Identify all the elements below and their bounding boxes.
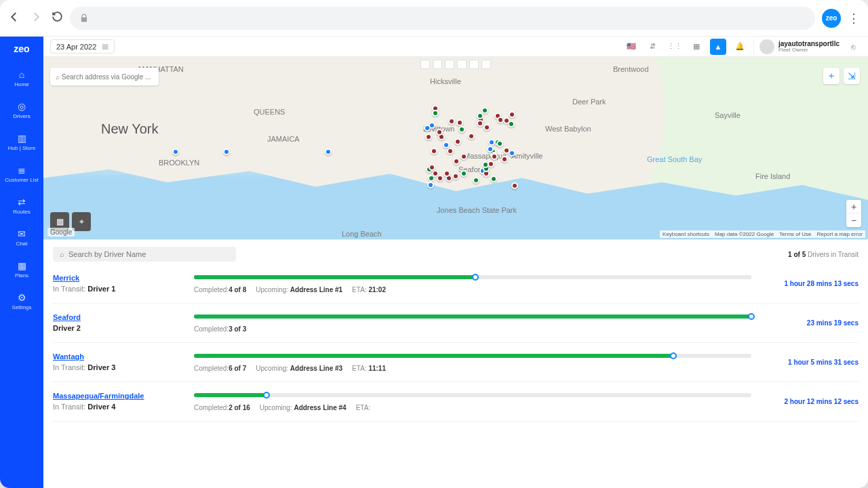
map-pin[interactable] <box>496 140 503 147</box>
map-pin[interactable] <box>453 158 460 165</box>
map-pin[interactable] <box>501 156 508 163</box>
map-pin[interactable] <box>325 148 332 155</box>
main-panel: 23 Apr 2022 ▦ 🇺🇸 ⇵ ⋮⋮ ▦ ▲ 🔔 jayautotrans… <box>43 37 868 488</box>
map-pin[interactable] <box>454 138 461 145</box>
driver-list: ⌕ 1 of 5 Drivers in Transit MerrickIn Tr… <box>43 240 868 488</box>
browser-window: zeo ⋮ zeo ⌂Home ◎Drivers ▥Hub | Store ≣C… <box>0 0 868 488</box>
map-pin[interactable] <box>429 164 435 171</box>
map-search[interactable]: ⌕ Search address via Google ... <box>50 68 159 85</box>
user-menu[interactable]: jayautotransportllc Fleet Owner <box>753 39 840 54</box>
map-pin[interactable] <box>488 139 495 146</box>
map-pin[interactable] <box>223 148 230 155</box>
time-remaining: 1 hour 28 mins 13 secs <box>764 280 859 287</box>
date-picker[interactable]: 23 Apr 2022 ▦ <box>50 39 115 54</box>
completed-value: 2 of 16 <box>229 404 250 411</box>
app-logo: zeo <box>14 43 29 54</box>
route-name[interactable]: Merrick <box>53 274 182 282</box>
route-name[interactable]: Wantagh <box>53 352 182 361</box>
map-pin[interactable] <box>452 173 459 180</box>
logout-icon[interactable]: ⎋ <box>845 39 861 55</box>
map-toolbar <box>420 60 491 69</box>
time-remaining: 2 hour 12 mins 12 secs <box>764 398 859 405</box>
map-pin[interactable] <box>431 148 437 155</box>
table-icon[interactable]: ▦ <box>688 39 705 55</box>
google-logo: Google <box>47 228 75 237</box>
upcoming-value: Address Line #1 <box>290 286 342 293</box>
driver-row: WantaghIn Transit: Driver 3Completed:6 o… <box>53 343 859 382</box>
back-icon[interactable] <box>8 11 20 26</box>
map-pin[interactable] <box>477 113 484 119</box>
map-pin[interactable] <box>429 122 435 129</box>
browser-nav <box>8 11 63 26</box>
eta-value: 11:11 <box>368 365 386 372</box>
completed-value: 6 of 7 <box>229 365 246 372</box>
sidebar-item-hub[interactable]: ▥Hub | Store <box>0 130 43 154</box>
time-remaining: 1 hour 5 mins 31 secs <box>764 359 859 366</box>
export-button[interactable]: ⇲ <box>844 68 860 84</box>
map-data-text: Map data ©2022 Google <box>715 231 774 237</box>
completed-value: 3 of 3 <box>229 325 246 333</box>
driver-name: Driver 1 <box>87 285 115 293</box>
driver-row: Massapequa/FarmingdaleIn Transit: Driver… <box>53 382 859 422</box>
forward-icon[interactable] <box>30 11 42 26</box>
flag-icon[interactable]: 🇺🇸 <box>623 39 639 55</box>
chart-icon[interactable]: ▲ <box>710 39 726 55</box>
grid-icon[interactable]: ⋮⋮ <box>667 39 683 55</box>
date-value: 23 Apr 2022 <box>56 43 96 51</box>
map-pin[interactable] <box>443 170 450 177</box>
map-pin[interactable] <box>460 170 467 177</box>
user-name: jayautotransportllc <box>778 40 840 47</box>
map-pin[interactable] <box>503 117 510 124</box>
browser-menu-icon[interactable]: ⋮ <box>848 11 860 26</box>
map-pin[interactable] <box>491 153 498 160</box>
terms-link[interactable]: Terms of Use <box>779 231 811 237</box>
driver-count: 1 of 5 Drivers in Transit <box>788 251 859 258</box>
map-pin[interactable] <box>432 110 439 117</box>
calendar-icon: ▦ <box>102 42 108 51</box>
map-pin[interactable] <box>458 126 465 133</box>
time-remaining: 23 mins 19 secs <box>764 319 859 327</box>
gear-icon: ⚙ <box>0 292 43 303</box>
add-pin-button[interactable]: ＋ <box>823 68 840 84</box>
report-link[interactable]: Report a map error <box>816 231 863 237</box>
map-pin[interactable] <box>511 182 518 189</box>
upcoming-value: Address Line #4 <box>294 404 346 411</box>
sidebar-item-drivers[interactable]: ◎Drivers <box>0 98 43 122</box>
map-pin[interactable] <box>427 182 434 188</box>
map-search-placeholder: Search address via Google ... <box>62 73 151 81</box>
steering-icon: ◎ <box>0 101 43 112</box>
driver-name: Driver 3 <box>87 363 115 371</box>
sidebar-item-customers[interactable]: ≣Customer List <box>0 162 43 186</box>
zoom-control: + − <box>846 200 861 227</box>
org-icon[interactable]: ⇵ <box>645 39 661 55</box>
bell-icon[interactable]: 🔔 <box>732 39 748 55</box>
map-pin[interactable] <box>477 120 484 127</box>
map-pin[interactable] <box>172 148 179 155</box>
map-controls: ＋ ⇲ <box>823 68 860 84</box>
driver-search-input[interactable] <box>68 250 229 258</box>
shortcuts-link[interactable]: Keyboard shortcuts <box>663 231 709 237</box>
route-name[interactable]: Seaford <box>53 313 182 321</box>
sidebar-item-chat[interactable]: ✉Chat <box>0 226 43 249</box>
sidebar-item-plans[interactable]: ▦Plans <box>0 258 43 281</box>
layer-street-button[interactable]: ⌖ <box>72 212 91 231</box>
map-pin[interactable] <box>509 111 515 118</box>
sidebar-item-settings[interactable]: ⚙Settings <box>0 289 43 313</box>
map[interactable]: New York MANHATTAN BROOKLYN QUEENS JAMAI… <box>43 57 868 240</box>
topbar: 23 Apr 2022 ▦ 🇺🇸 ⇵ ⋮⋮ ▦ ▲ 🔔 jayautotrans… <box>43 37 868 57</box>
reload-icon[interactable] <box>52 11 63 26</box>
map-credits: Keyboard shortcuts Map data ©2022 Google… <box>660 230 865 238</box>
map-pin[interactable] <box>468 133 475 140</box>
eta-value: 21:02 <box>368 286 386 293</box>
driver-search[interactable]: ⌕ <box>53 247 236 262</box>
map-pin[interactable] <box>432 170 439 177</box>
url-bar[interactable] <box>70 7 815 30</box>
route-name[interactable]: Massapequa/Farmingdale <box>53 392 182 400</box>
zoom-in-button[interactable]: + <box>846 200 861 214</box>
sidebar-item-routes[interactable]: ⇄Routes <box>0 194 43 218</box>
browser-profile-avatar[interactable]: zeo <box>822 9 841 28</box>
sidebar-item-home[interactable]: ⌂Home <box>0 66 43 90</box>
map-pin[interactable] <box>447 148 454 155</box>
zoom-out-button[interactable]: − <box>846 214 861 227</box>
plans-icon: ▦ <box>0 260 43 271</box>
